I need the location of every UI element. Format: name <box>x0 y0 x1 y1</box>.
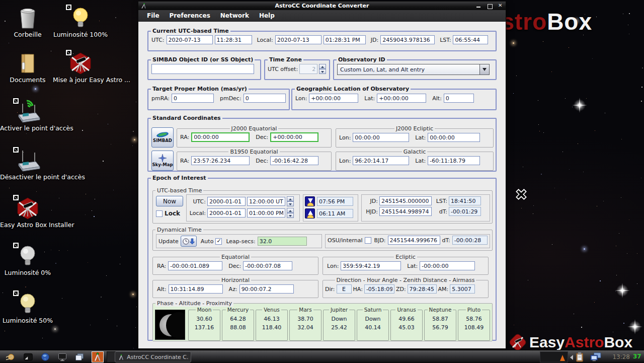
direction-am[interactable] <box>450 284 475 294</box>
web-browser-globe-icon[interactable] <box>40 352 50 362</box>
pmra-input[interactable] <box>172 94 214 103</box>
direction-ha[interactable] <box>364 284 394 294</box>
applications-menu-saturn-icon[interactable] <box>6 352 16 362</box>
geo-lat-input[interactable] <box>377 94 426 103</box>
current-utc-date[interactable] <box>167 35 213 44</box>
galactic-lon-input[interactable] <box>353 156 409 165</box>
epoch-utc-time[interactable] <box>247 197 285 206</box>
lock-checkbox[interactable] <box>156 210 163 217</box>
horizontal-fieldset: Horizontal Alt: Az: <box>152 277 318 298</box>
shortcut-arrow-badge <box>13 147 19 153</box>
trash-icon <box>16 6 40 30</box>
sunset-time[interactable] <box>317 197 353 206</box>
astrocc-launcher[interactable] <box>92 351 104 362</box>
dynamical-dt[interactable] <box>452 236 488 245</box>
planet-box-neptune: Neptune 58.8756.79 <box>424 310 456 341</box>
chevron-down-icon[interactable] <box>479 64 489 75</box>
desktop-icon-easy-astro-installer[interactable]: Easy Astro Box Installer <box>0 196 55 229</box>
current-utc-time[interactable] <box>215 35 252 44</box>
planet-box-mars: Mars 38.7032.04 <box>289 310 321 341</box>
menu-network[interactable]: Network <box>216 11 254 20</box>
display-settings-icon[interactable] <box>57 352 67 362</box>
direction-zd[interactable] <box>408 284 437 294</box>
current-local-time[interactable] <box>324 35 366 44</box>
j2000-dec-input[interactable] <box>270 132 318 142</box>
window-titlebar[interactable]: AstroCC Coordinate Converter <box>138 2 506 10</box>
ecl-lon-input[interactable] <box>353 133 409 142</box>
horizontal-alt[interactable] <box>169 284 223 294</box>
epoch-hjd[interactable] <box>379 207 432 216</box>
network-computers-tray-icon[interactable] <box>590 352 602 362</box>
auto-checkbox[interactable] <box>215 238 222 245</box>
system-monitor-graph[interactable] <box>540 351 568 362</box>
epoch-local-time[interactable] <box>247 208 285 217</box>
tray-collapse-arrow-icon[interactable] <box>570 355 573 360</box>
minimize-button[interactable] <box>475 3 481 9</box>
clipboard-tray-icon[interactable] <box>575 352 584 362</box>
taskbar-window-button[interactable]: AstroCC Coordinate C... <box>115 351 191 362</box>
leap-secs-input[interactable] <box>258 237 307 246</box>
epoch-utc-date[interactable] <box>207 197 246 206</box>
epoch-dt[interactable] <box>449 207 481 216</box>
epoch-eq-dec[interactable] <box>243 261 292 270</box>
epoch-ecliptic-fieldset: Ecliptic Lon: Lat: <box>323 254 489 275</box>
epoch-local-date[interactable] <box>207 208 246 217</box>
epoch-utc-spinner[interactable] <box>287 196 294 206</box>
update-button[interactable] <box>181 236 197 247</box>
desktop-icon-luminosite-50[interactable]: Luminosité 50% <box>0 292 55 325</box>
epoch-ecl-lat[interactable] <box>420 261 475 270</box>
menu-preferences[interactable]: Preferences <box>165 11 215 20</box>
epoch-eq-ra[interactable] <box>168 261 222 270</box>
taskbar-clock[interactable]: 13:28 <box>604 353 630 360</box>
desktop-icon-documents[interactable]: Documents <box>0 51 55 84</box>
desktop-icon-desactiver-ap[interactable]: Désactiver le point d'accès <box>0 149 55 181</box>
utc-offset-spinner <box>319 64 326 74</box>
simbad-button[interactable]: SIMBAD <box>151 127 174 148</box>
epoch-jd[interactable] <box>379 196 432 205</box>
maximize-button[interactable] <box>487 3 493 9</box>
close-button[interactable] <box>498 3 504 9</box>
now-button[interactable]: Now <box>156 196 183 206</box>
desktop-icon-activer-ap[interactable]: Activer le point d'accès <box>0 100 55 132</box>
planet-box-saturn: Saturn Down40.14 <box>357 310 389 341</box>
galactic-lat-input[interactable] <box>428 156 480 165</box>
osu-internal-checkbox[interactable] <box>365 237 371 244</box>
bjd-input[interactable] <box>388 236 440 245</box>
show-desktop-icon[interactable] <box>23 352 33 362</box>
current-lst[interactable] <box>453 35 488 44</box>
desktop-icon-corbeille[interactable]: Corbeille <box>0 6 55 39</box>
menu-bar: File Preferences Network Help <box>138 10 506 22</box>
pmdec-input[interactable] <box>244 94 286 103</box>
epoch-ecl-lon[interactable] <box>341 261 401 270</box>
skymap-button[interactable]: Sky-Map <box>151 151 174 171</box>
bright-star-flare <box>628 320 641 333</box>
taskbar-temperature: 37 <box>633 353 641 360</box>
direction-dir[interactable] <box>337 284 352 294</box>
menu-file[interactable]: File <box>142 11 164 20</box>
bulb-half-icon <box>16 292 40 316</box>
desktop-icon-luminosite-100[interactable]: Luminosité 100% <box>53 6 108 39</box>
desktop-icon-mise-a-jour[interactable]: Mise à jour Easy Astro ... <box>53 51 108 84</box>
menu-help[interactable]: Help <box>255 11 279 20</box>
b1950-ra-input[interactable] <box>191 156 250 165</box>
observatory-dropdown[interactable]: Custom Lon, Lat, and Alt entry <box>337 64 490 75</box>
simbad-object-input[interactable] <box>151 64 254 74</box>
horizontal-az[interactable] <box>239 284 294 294</box>
geo-alt-input[interactable] <box>444 94 474 103</box>
current-jd[interactable] <box>380 35 435 44</box>
epoch-local-spinner[interactable] <box>287 208 294 218</box>
astrocc-window: AstroCC Coordinate Converter File Prefer… <box>138 1 506 349</box>
sunrise-time[interactable] <box>317 209 353 218</box>
windows-switcher-icon[interactable] <box>74 352 85 362</box>
direction-fieldset: Direction - Hour Angle - Zenith Distance… <box>323 277 489 298</box>
j2000-ra-input[interactable] <box>191 132 250 142</box>
j2000-ecliptic-fieldset: J2000 Ecliptic Lon: Lat: <box>336 125 494 148</box>
desktop-icon-luminosite-0[interactable]: Luminosité 0% <box>0 244 55 277</box>
epoch-lst[interactable] <box>449 196 481 205</box>
geo-lon-input[interactable] <box>309 94 358 103</box>
current-local-date[interactable] <box>275 35 321 44</box>
utc-offset-input <box>299 64 317 74</box>
b1950-dec-input[interactable] <box>270 156 318 165</box>
planet-box-jupiter: Jupiter Down25.42 <box>323 310 355 341</box>
ecl-lat-input[interactable] <box>428 133 480 142</box>
